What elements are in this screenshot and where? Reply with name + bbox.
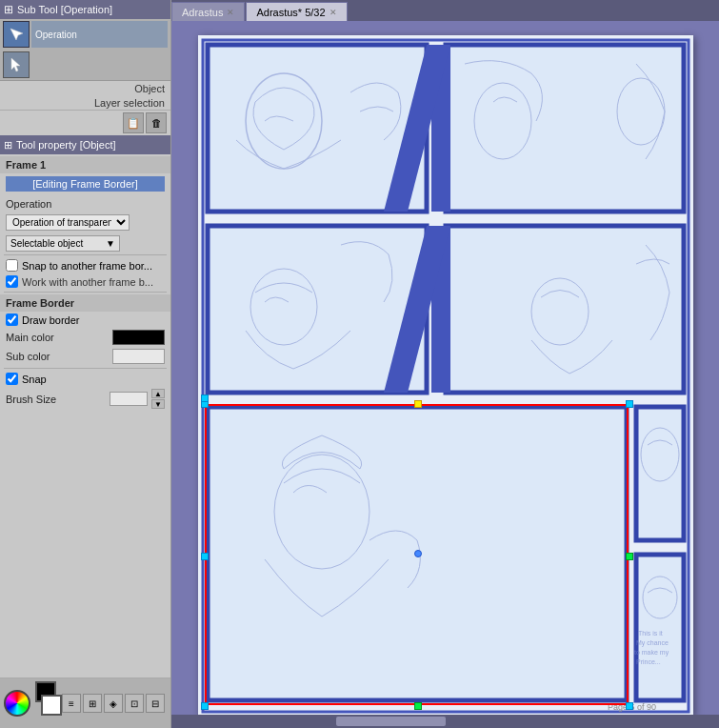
color-wheel[interactable]: [4, 690, 30, 717]
bottom-icon-5[interactable]: ⊟: [146, 694, 165, 713]
brush-size-spinners: ▲ ▼: [151, 389, 165, 409]
tab-adrastus2-label: Adrastus* 5/32: [256, 7, 325, 18]
snap-another-frame-row: Snap to another frame bor...: [0, 257, 170, 273]
tool-row-1: Operation: [0, 19, 170, 50]
snap-another-frame-label: Snap to another frame bor...: [22, 260, 152, 272]
brush-size-down-btn[interactable]: ▼: [151, 399, 165, 409]
sub-color-label: Sub color: [6, 351, 112, 362]
handle-left-connector[interactable]: [201, 394, 209, 402]
handle-mid-right[interactable]: [626, 553, 633, 560]
operation-select-row: Operation of transparent...: [0, 213, 170, 232]
divider-2: [4, 292, 167, 293]
divider-1: [4, 254, 167, 255]
handle-bottom-mid[interactable]: [414, 702, 422, 710]
copy-icon-btn[interactable]: 📋: [123, 112, 144, 133]
tab-adrastus1[interactable]: Adrastus ✕: [171, 2, 245, 21]
tab-adrastus1-label: Adrastus: [182, 7, 223, 18]
snap-checkbox[interactable]: [6, 373, 18, 385]
bottom-icon-2[interactable]: ⊞: [83, 694, 102, 713]
svg-rect-4: [446, 226, 684, 393]
tool-buttons-area: Operation: [0, 19, 170, 81]
background-color[interactable]: [41, 695, 62, 716]
handle-top-mid[interactable]: [414, 400, 422, 408]
pointer2-tool-btn[interactable]: [3, 51, 30, 78]
operation-prop-label: Operation: [6, 198, 165, 210]
draw-border-row: Draw border: [0, 312, 170, 328]
work-another-frame-checkbox[interactable]: [6, 275, 18, 288]
tool-property-body: Frame 1 [Editing Frame Border] Operation…: [0, 154, 170, 677]
svg-text:My chance: My chance: [636, 639, 669, 647]
main-color-label: Main color: [6, 332, 112, 343]
handle-mid-left[interactable]: [201, 553, 209, 560]
layer-selection-label: Layer selection: [0, 96, 170, 111]
draw-border-checkbox[interactable]: [6, 313, 18, 326]
main-color-row: Main color: [0, 328, 170, 347]
operation-select[interactable]: Operation of transparent...: [6, 214, 130, 231]
snap-label: Snap: [22, 374, 47, 385]
divider-3: [4, 368, 167, 369]
tab-adrastus2-close[interactable]: ✕: [330, 8, 337, 17]
selectable-object-label: Selectable object: [10, 238, 83, 249]
color-swatches-fg-bg: [35, 681, 56, 725]
frame-section-header: Frame 1: [0, 156, 170, 173]
editing-frame-border-tag: [Editing Frame Border]: [6, 176, 165, 192]
subtool-header: ⊞ Sub Tool [Operation]: [0, 0, 170, 19]
bottom-icon-1[interactable]: ≡: [62, 694, 81, 713]
handle-center[interactable]: [414, 550, 422, 557]
handle-bottom-right[interactable]: [626, 702, 633, 710]
brush-size-row: Brush Size 1.00 ▲ ▼: [0, 387, 170, 411]
dropdown-arrow-icon: ▼: [106, 238, 115, 249]
left-panel: ⊞ Sub Tool [Operation] Operation Object …: [0, 0, 171, 728]
snap-row: Snap: [0, 371, 170, 387]
draw-border-label: Draw border: [22, 314, 80, 326]
bottom-icon-4[interactable]: ⊡: [125, 694, 144, 713]
brush-size-label: Brush Size: [6, 394, 106, 405]
tool-row-2: [0, 50, 170, 80]
selectable-object-row: Selectable object ▼: [0, 234, 170, 253]
tool-property-title: Tool property [Object]: [16, 139, 116, 151]
bottom-icon-3[interactable]: ◈: [104, 694, 123, 713]
brush-size-input[interactable]: 1.00: [110, 392, 148, 406]
operation-label: Operation: [31, 21, 168, 48]
sub-color-swatch[interactable]: [112, 349, 165, 364]
bottom-icons-row: ≡ ⊞ ◈ ⊡ ⊟: [0, 677, 170, 728]
tab-adrastus2[interactable]: Adrastus* 5/32 ✕: [246, 2, 347, 21]
subtool-icon: ⊞: [4, 3, 13, 16]
tab-adrastus1-close[interactable]: ✕: [227, 8, 234, 17]
tabs-bar: Adrastus ✕ Adrastus* 5/32 ✕: [171, 0, 719, 21]
snap-another-frame-checkbox[interactable]: [6, 259, 18, 272]
main-color-swatch[interactable]: [112, 330, 165, 345]
trash-icon-btn[interactable]: 🗑: [146, 112, 167, 133]
tool-property-header: ⊞ Tool property [Object]: [0, 135, 170, 154]
sub-color-row: Sub color: [0, 347, 170, 366]
work-another-frame-label: Work with another frame b...: [22, 276, 153, 288]
selectable-object-btn[interactable]: Selectable object ▼: [6, 235, 120, 252]
operation-row: Operation: [0, 194, 170, 213]
operation-tool-btn[interactable]: [3, 21, 30, 48]
comic-layout-svg: This is it My chance to make my Prince..…: [198, 35, 693, 717]
svg-rect-6: [636, 407, 684, 540]
svg-text:Prince...: Prince...: [636, 658, 661, 665]
svg-text:This is it: This is it: [638, 630, 663, 637]
object-label: Object: [0, 81, 170, 96]
canvas-viewport[interactable]: This is it My chance to make my Prince..…: [171, 21, 719, 728]
work-another-frame-row: Work with another frame b...: [0, 273, 170, 290]
canvas-area: Adrastus ✕ Adrastus* 5/32 ✕: [171, 0, 719, 728]
handle-top-right[interactable]: [626, 400, 633, 408]
scrollbar-thumb[interactable]: [336, 717, 446, 726]
frame-border-section: Frame Border: [0, 294, 170, 312]
bottom-tool-icons: ≡ ⊞ ◈ ⊡ ⊟: [62, 694, 165, 713]
svg-rect-2: [446, 45, 684, 212]
handle-bottom-left[interactable]: [201, 702, 209, 710]
brush-size-up-btn[interactable]: ▲: [151, 389, 165, 398]
svg-text:to make my: to make my: [634, 649, 669, 657]
page-canvas: This is it My chance to make my Prince..…: [198, 35, 693, 717]
subtool-action-icons: 📋 🗑: [0, 111, 170, 135]
tool-property-icon: ⊞: [4, 139, 12, 152]
subtool-title: Sub Tool [Operation]: [17, 4, 112, 15]
horizontal-scrollbar[interactable]: [171, 715, 719, 728]
